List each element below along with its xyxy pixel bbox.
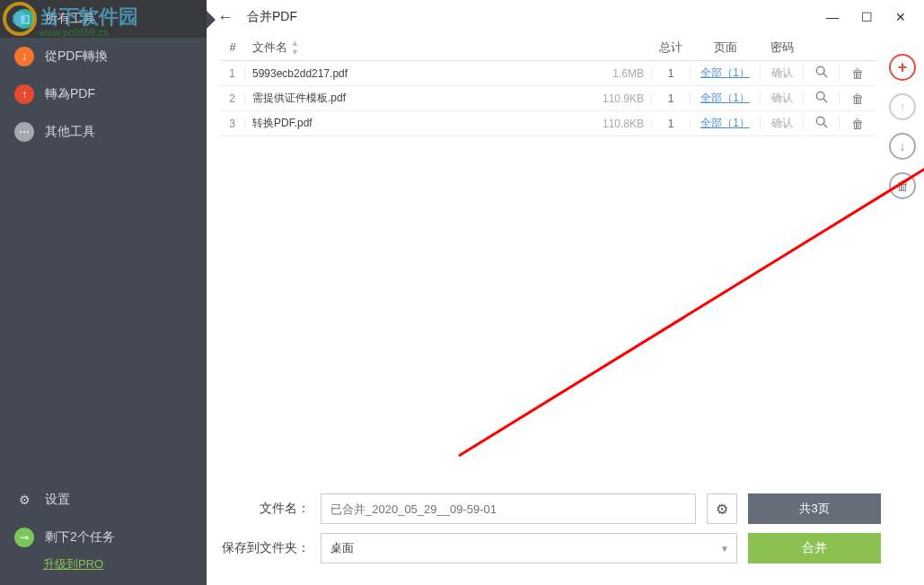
sidebar-item-label: 從PDF轉換 [45,48,108,65]
sidebar-item-label: 设置 [45,492,70,508]
move-up-button[interactable]: ↑ [889,93,916,120]
row-password[interactable]: 确认 [761,91,804,106]
row-number: 3 [220,118,245,130]
folder-label: 保存到文件夹： [220,540,310,556]
col-total[interactable]: 总计 [651,39,691,56]
row-password[interactable]: 确认 [761,116,804,131]
sidebar-item-to-pdf[interactable]: ↑ 轉為PDF [0,75,207,113]
arrow-up-icon: ↑ [14,84,34,104]
main-area: ← 合并PDF — ☐ ✕ # 文件名 ▲▼ 总计 页面 密码 [207,0,924,585]
sidebar-item-tasks[interactable]: ⊸ 剩下2个任务 [0,519,207,556]
arrow-down-icon: ↓ [14,47,34,66]
sort-icon: ▲▼ [291,39,299,57]
add-file-button[interactable]: + [889,54,916,81]
row-filename: 需提供证件模板.pdf [245,91,597,106]
gear-icon: ⚙ [14,490,34,510]
sidebar-item-settings[interactable]: ⚙ 设置 [0,481,207,519]
svg-point-2 [816,92,824,100]
delete-icon[interactable]: 🗑 [851,92,864,106]
svg-line-1 [823,74,827,77]
col-filename[interactable]: 文件名 ▲▼ [245,39,597,57]
table-row[interactable]: 2 需提供证件模板.pdf 110.9KB 1 全部（1） 确认 🗑 [220,86,876,111]
right-toolbar: + ↑ ↓ 🗑 [881,34,924,483]
file-table: # 文件名 ▲▼ 总计 页面 密码 1 5993ecb2dd217.pdf 1.… [207,34,881,483]
svg-point-4 [816,117,824,125]
filename-input[interactable] [321,493,696,524]
filename-label: 文件名： [220,501,310,517]
table-header: # 文件名 ▲▼ 总计 页面 密码 [220,34,876,61]
sidebar-collapse-arrow[interactable] [207,11,216,29]
delete-icon[interactable]: 🗑 [851,117,864,131]
pages-link[interactable]: 全部（1） [700,117,750,129]
sidebar-item-label: 所有工具 [45,11,95,27]
col-number[interactable]: # [220,40,245,54]
move-down-button[interactable]: ↓ [889,133,916,160]
header: ← 合并PDF — ☐ ✕ [207,0,924,34]
dots-icon: ⋯ [14,122,34,142]
preview-icon[interactable] [815,117,828,131]
svg-line-3 [823,99,827,102]
sidebar-item-label: 剩下2个任务 [45,529,115,546]
close-button[interactable]: ✕ [892,8,910,26]
svg-line-5 [823,124,827,127]
row-size: 110.8KB [597,118,651,130]
preview-icon[interactable] [815,66,828,81]
sidebar: 当下软件园 www.pc0359.cn ◧ 所有工具 ↓ 從PDF轉換 ↑ 轉為… [0,0,207,585]
minimize-button[interactable]: — [823,8,841,26]
sidebar-item-all-tools[interactable]: ◧ 所有工具 [0,0,207,38]
settings-button[interactable]: ⚙ [707,493,737,524]
row-size: 110.9KB [597,92,651,105]
row-filename: 5993ecb2dd217.pdf [245,67,597,80]
footer: 文件名： ⚙ 共3页 保存到文件夹： 桌面 ▼ 合并 [207,483,924,585]
sidebar-item-from-pdf[interactable]: ↓ 從PDF轉換 [0,38,207,75]
sidebar-item-label: 其他工具 [45,124,95,140]
back-button[interactable]: ← [215,6,236,28]
row-password[interactable]: 确认 [761,65,804,81]
delete-icon[interactable]: 🗑 [851,66,864,81]
svg-point-0 [816,66,824,74]
row-number: 1 [220,67,245,80]
row-total: 1 [651,67,691,80]
sidebar-item-label: 轉為PDF [45,86,95,102]
row-total: 1 [651,118,691,130]
delete-all-button[interactable]: 🗑 [889,172,916,199]
svg-line-6 [459,113,924,456]
row-total: 1 [651,92,691,105]
maximize-button[interactable]: ☐ [858,8,876,26]
table-row[interactable]: 3 转换PDF.pdf 110.8KB 1 全部（1） 确认 🗑 [220,111,876,136]
pages-link[interactable]: 全部（1） [700,66,750,79]
merge-button[interactable]: 合并 [748,533,881,563]
row-size: 1.6MB [597,67,651,80]
sidebar-item-other-tools[interactable]: ⋯ 其他工具 [0,113,207,151]
annotation-arrow [441,106,924,465]
key-icon: ⊸ [14,528,34,547]
folder-select[interactable]: 桌面 ▼ [321,533,737,563]
row-filename: 转换PDF.pdf [245,116,597,131]
upgrade-link[interactable]: 升级到PRO [0,556,207,576]
page-count-badge: 共3页 [748,493,881,524]
pages-link[interactable]: 全部（1） [700,92,750,104]
table-row[interactable]: 1 5993ecb2dd217.pdf 1.6MB 1 全部（1） 确认 🗑 [220,61,876,86]
tools-icon: ◧ [14,9,34,29]
page-title: 合并PDF [247,9,823,25]
col-password[interactable]: 密码 [761,39,804,56]
chevron-down-icon: ▼ [720,544,729,554]
row-number: 2 [220,92,245,105]
preview-icon[interactable] [815,92,828,106]
col-pages[interactable]: 页面 [691,39,761,56]
